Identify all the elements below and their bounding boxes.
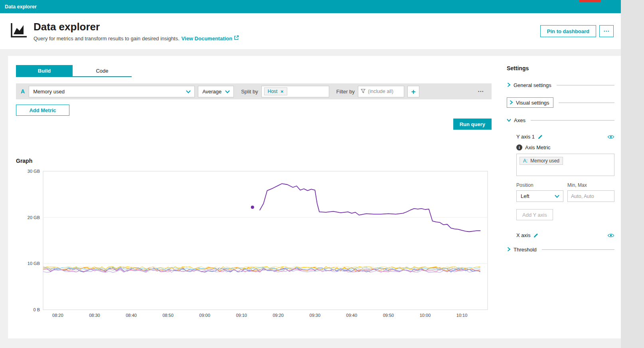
tab-build[interactable]: Build [16, 65, 73, 77]
split-tag-host[interactable]: Host ✕ [264, 87, 287, 95]
query-and-graph-column: Build Code A Memory used Average [16, 65, 492, 338]
svg-text:08:20: 08:20 [52, 313, 63, 318]
chevron-right-icon [509, 99, 513, 106]
add-metric-button[interactable]: Add Metric [16, 105, 69, 116]
chevron-down-icon [555, 193, 559, 199]
add-y-axis-button[interactable]: Add Y axis [516, 209, 553, 220]
right-gutter [621, 0, 644, 348]
threshold-label: Threshold [514, 247, 537, 253]
metric-select-value: Memory used [33, 89, 65, 95]
header-more-button[interactable]: ⋯ [599, 25, 614, 37]
svg-text:10 GB: 10 GB [28, 261, 40, 266]
svg-text:10:10: 10:10 [456, 313, 468, 318]
svg-text:08:30: 08:30 [89, 313, 100, 318]
filter-placeholder: (include all) [368, 89, 393, 94]
pin-to-dashboard-button[interactable]: Pin to dashboard [540, 25, 596, 37]
section-threshold[interactable]: Threshold [507, 245, 614, 253]
svg-text:0 B: 0 B [33, 307, 40, 312]
metric-letter-badge: A [21, 88, 25, 95]
edit-x-axis-icon[interactable] [533, 233, 539, 238]
view-documentation-link[interactable]: View Documentation [182, 35, 239, 42]
split-by-input[interactable]: Host ✕ [261, 86, 329, 97]
split-by-label: Split by [241, 89, 258, 95]
svg-text:20 GB: 20 GB [28, 215, 40, 220]
axis-metric-label: Axis Metric [525, 144, 551, 150]
svg-text:09:20: 09:20 [273, 313, 284, 318]
view-documentation-label: View Documentation [182, 36, 233, 42]
data-explorer-app-icon [10, 22, 28, 40]
split-tag-label: Host [268, 89, 278, 94]
tab-code[interactable]: Code [73, 65, 132, 77]
remove-split-tag-icon[interactable]: ✕ [280, 89, 283, 94]
svg-text:08:40: 08:40 [126, 313, 137, 318]
page: Data explorer Data explorer Query for me… [0, 0, 644, 348]
metric-row-more-button[interactable]: ⋯ [478, 88, 484, 95]
axes-label: Axes [514, 117, 525, 123]
section-divider [559, 103, 614, 103]
position-select-value: Left [521, 193, 529, 199]
filter-funnel-icon [361, 88, 365, 95]
graph-section-title: Graph [16, 158, 492, 164]
general-settings-label: General settings [514, 82, 551, 88]
position-select[interactable]: Left [516, 190, 563, 202]
page-header: Data explorer Query for metrics and tran… [0, 13, 621, 49]
axis-metric-box[interactable]: A: Memory used [516, 154, 614, 176]
filter-by-label: Filter by [336, 89, 355, 95]
chevron-right-icon [507, 81, 511, 89]
svg-text:30 GB: 30 GB [28, 169, 40, 174]
info-icon: i [516, 144, 522, 150]
visual-settings-label: Visual settings [516, 100, 549, 106]
axis-metric-tag-name: Memory used [530, 158, 559, 164]
chevron-down-icon [225, 89, 230, 95]
metric-select[interactable]: Memory used [29, 86, 195, 97]
run-query-button[interactable]: Run query [453, 119, 492, 130]
x-axis-label: X axis [516, 232, 530, 238]
aggregation-select[interactable]: Average [198, 86, 234, 97]
app-window: Data explorer Data explorer Query for me… [0, 0, 621, 348]
svg-text:09:30: 09:30 [310, 313, 321, 318]
position-label: Position [516, 182, 567, 188]
external-link-icon [234, 35, 239, 42]
settings-panel: Settings General settings [507, 65, 614, 338]
main-area: Build Code A Memory used Average [0, 49, 621, 338]
svg-text:09:50: 09:50 [383, 313, 394, 318]
add-filter-button[interactable]: + [407, 86, 419, 97]
data-explorer-card: Build Code A Memory used Average [8, 56, 621, 338]
topbar-title: Data explorer [5, 4, 37, 10]
metrics-line-chart: 0 B10 GB20 GB30 GB08:2008:3008:4008:5009… [16, 168, 492, 319]
chevron-down-icon [186, 89, 191, 95]
svg-text:09:40: 09:40 [346, 313, 358, 318]
x-axis-visibility-eye-icon[interactable] [607, 233, 614, 238]
svg-text:08:50: 08:50 [162, 313, 174, 318]
y-axis-1-label: Y axis 1 [516, 134, 535, 140]
chevron-down-icon [507, 117, 511, 124]
svg-text:09:10: 09:10 [236, 313, 247, 318]
page-title: Data explorer [34, 21, 239, 33]
filter-by-input[interactable]: (include all) [358, 86, 404, 97]
section-visual-settings[interactable]: Visual settings [507, 99, 614, 107]
chevron-right-icon [507, 246, 511, 253]
svg-text:10:00: 10:00 [420, 313, 431, 318]
aggregation-select-value: Average [202, 89, 221, 95]
edit-y-axis-icon[interactable] [538, 134, 543, 139]
axis-metric-tag[interactable]: A: Memory used [520, 157, 563, 165]
visual-settings-focus-box[interactable]: Visual settings [507, 97, 553, 108]
x-axis-row: X axis [516, 232, 614, 238]
position-minmax-controls: Left [516, 190, 614, 202]
section-divider [557, 85, 614, 85]
axis-metric-tag-prefix: A: [523, 158, 527, 164]
y-axis-visibility-eye-icon[interactable] [607, 134, 614, 139]
svg-text:09:00: 09:00 [199, 313, 210, 318]
section-general-settings[interactable]: General settings [507, 81, 614, 89]
minmax-label: Min, Max [567, 182, 587, 188]
axis-metric-row: i Axis Metric [516, 144, 614, 150]
section-divider [531, 120, 614, 121]
axes-settings-body: Y axis 1 [507, 134, 614, 238]
topbar: Data explorer [0, 0, 621, 13]
section-divider [542, 249, 614, 250]
settings-title: Settings [507, 65, 614, 71]
section-axes[interactable]: Axes [507, 116, 614, 124]
minmax-input[interactable] [567, 190, 614, 202]
builder-tabs: Build Code [16, 65, 492, 77]
page-subtitle: Query for metrics and transform results … [34, 36, 180, 42]
